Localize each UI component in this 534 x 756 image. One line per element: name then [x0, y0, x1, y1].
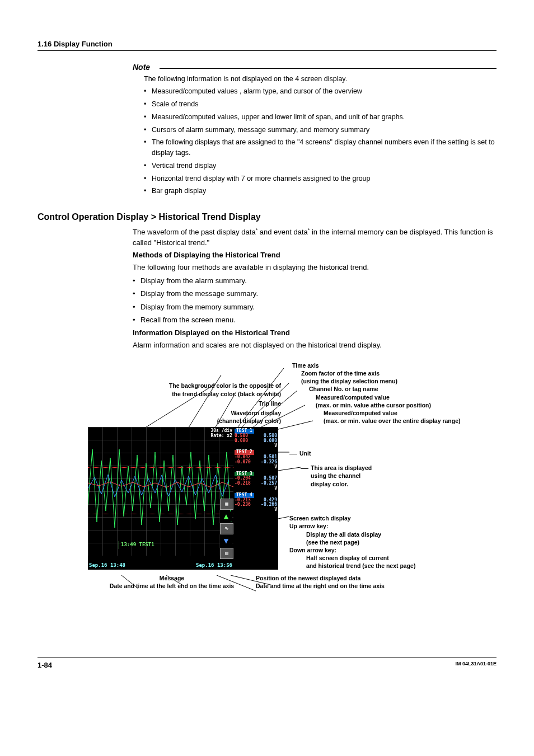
label: Display the all data display	[289, 530, 415, 538]
figure-right-labels: Unit This area is displayed using the ch…	[289, 427, 491, 570]
label: Waveform display	[88, 409, 281, 417]
scale-readout: 30s /div Rate: x2	[210, 429, 232, 439]
page-number: 1-84	[38, 660, 52, 670]
unit: V	[235, 444, 277, 449]
label: (channel display color)	[88, 417, 281, 425]
info-heading: Information Displayed on the Historical …	[133, 328, 496, 338]
note-intro: The following information is not display…	[144, 74, 496, 84]
val: -0.236	[235, 503, 251, 508]
label: Rate: x2	[210, 434, 232, 439]
label: Screen switch display	[289, 514, 415, 522]
figure: The background color is the opposite of …	[88, 361, 496, 590]
note-item: Cursors of alarm summary, message summar…	[144, 125, 496, 135]
methods-list: Display from the alarm summary. Display …	[133, 275, 496, 326]
icon-half-screen: ▤	[220, 548, 233, 559]
channel-block: TEST 3 -0.2040.507 -0.218-0.257 V	[235, 472, 277, 491]
doc-id: IM 04L31A01-01E	[455, 660, 496, 670]
unit: V	[235, 486, 277, 491]
label: (max. or min. value over the entire disp…	[292, 417, 496, 425]
label: Measured/computed value	[292, 393, 496, 401]
val: -0.070	[235, 460, 251, 465]
label: the trend display color. (black or white…	[88, 390, 281, 398]
label: Up arrow key:	[289, 522, 415, 530]
trip-line	[88, 467, 233, 468]
time-axis-left: Sep.16 13:48	[89, 562, 125, 569]
historical-trend-screenshot: 13:49 TEST1 30s /div Rate: x2 ▦ ▲ ∿ ▼ ▤ …	[88, 427, 278, 570]
channel-readout-panel: TEST 1 0.5000.500 0.0800.080 V TEST 2 -0…	[233, 427, 278, 570]
icon-wave: ∿	[220, 523, 233, 534]
trip-line	[88, 514, 233, 514]
label: (see the next page)	[289, 538, 415, 546]
label: Trip line	[88, 400, 281, 407]
label: Measured/computed value	[292, 409, 496, 417]
section-header: 1.16 Display Function	[38, 39, 496, 51]
note-item: Scale of trends	[144, 99, 496, 110]
icon-all-data: ▦	[220, 499, 233, 510]
label: Position of the newest displayed data	[256, 574, 496, 582]
note-item: Bar graph display	[144, 186, 496, 196]
methods-heading: Methods of Displaying the Historical Tre…	[133, 250, 496, 260]
label: Message	[88, 574, 256, 582]
up-arrow-icon: ▲	[220, 511, 232, 522]
methods-item: Display from the memory summary.	[133, 302, 496, 313]
note-item: Measured/computed values , alarm type, a…	[144, 86, 496, 97]
text: The waveform of the past display data	[133, 228, 256, 237]
waveform-svg	[88, 427, 233, 556]
down-arrow-icon: ▼	[220, 536, 232, 546]
label: Unit	[299, 450, 311, 457]
note-item: Horizontal trend display with 7 or more …	[144, 173, 496, 184]
figure-bottom-labels: Message Date and time at the left end on…	[88, 574, 496, 590]
page-footer: 1-84 IM 04L31A01-01E	[38, 658, 496, 670]
time-axis-right: Sep.16 13:56	[196, 562, 232, 569]
val: -0.218	[235, 481, 251, 486]
label: and historical trend (see the next page)	[289, 562, 415, 570]
svg-line-9	[278, 467, 301, 471]
label: Zoom factor of the time axis	[292, 369, 496, 377]
note-list: Measured/computed values , alarm type, a…	[144, 86, 496, 196]
channel-block: TEST 1 0.5000.500 0.0800.080 V	[235, 429, 277, 448]
label: (max. or min. value atthe cursor positio…	[292, 401, 496, 409]
subsection-title: Control Operation Display > Historical T…	[38, 211, 496, 223]
label: Channel No. or tag name	[292, 385, 496, 393]
waveform-area: 13:49 TEST1	[88, 427, 233, 556]
svg-line-10	[278, 516, 289, 519]
methods-item: Recall from the screen menu.	[133, 314, 496, 326]
methods-item: Display from the alarm summary.	[133, 275, 496, 287]
figure-top-left-labels: The background color is the opposite of …	[88, 382, 292, 425]
note-item: Measured/computed values, upper and lowe…	[144, 112, 496, 123]
message-marker: 13:49 TEST1	[119, 541, 154, 549]
label: display color.	[311, 481, 348, 487]
methods-intro: The following four methods are available…	[133, 262, 496, 273]
label: (using the display selection menu)	[292, 377, 496, 385]
info-text: Alarm information and scales are not dis…	[133, 340, 496, 350]
methods-item: Display from the message summary.	[133, 288, 496, 299]
label: using the channel	[311, 472, 360, 479]
label: Date and time at the right end on the ti…	[256, 582, 496, 590]
unit: V	[235, 508, 277, 513]
label: Half screen display of current	[289, 554, 415, 562]
note-item: Vertical trend display	[144, 161, 496, 171]
channel-block: TEST 4 -0.2130.429 -0.236-0.266 V	[235, 493, 277, 513]
note-block: Note The following information is not di…	[133, 62, 496, 196]
label: Time axis	[292, 361, 496, 369]
label: Date and time at the left end on the tim…	[88, 582, 256, 590]
paragraph: The waveform of the past display data* a…	[133, 227, 496, 248]
unit: V	[235, 465, 277, 470]
note-title: Note	[133, 62, 154, 73]
note-rule	[160, 68, 496, 69]
figure-top-right-labels: Time axis Zoom factor of the time axis (…	[292, 361, 496, 425]
channel-block: TEST 2 -0.0420.501 -0.070-0.326 V	[235, 450, 277, 469]
text: and event data	[257, 228, 308, 237]
note-item: The following displays that are assigned…	[144, 137, 496, 158]
val: 0.080	[235, 439, 248, 444]
label: Down arrow key:	[289, 546, 415, 554]
label: The background color is the opposite of	[88, 382, 281, 389]
screen-switch-icons: ▦ ▲ ∿ ▼ ▤	[220, 499, 232, 561]
label: This area is displayed	[311, 464, 372, 471]
